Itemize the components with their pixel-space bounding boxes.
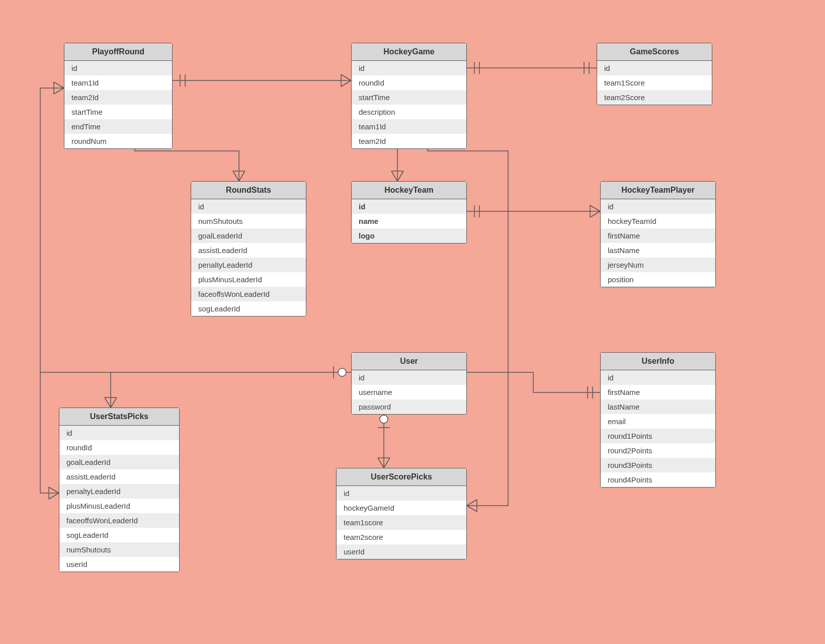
- field: startTime: [64, 105, 172, 119]
- entity-title: UserScorePicks: [337, 468, 466, 486]
- field: faceoffsWonLeaderId: [59, 513, 179, 528]
- svg-line-28: [590, 211, 600, 217]
- entity-hockey-game: HockeyGame id roundId startTime descript…: [351, 43, 467, 149]
- field: goalLeaderId: [191, 228, 306, 243]
- svg-line-11: [233, 171, 239, 181]
- field: penaltyLeaderId: [191, 258, 306, 272]
- field: hockeyTeamId: [601, 214, 715, 228]
- field: faceoffsWonLeaderId: [191, 287, 306, 301]
- field: id: [352, 199, 466, 214]
- entity-round-stats: RoundStats id numShutouts goalLeaderId a…: [191, 181, 306, 316]
- svg-point-54: [380, 415, 388, 423]
- svg-line-51: [111, 397, 117, 408]
- entity-title: HockeyTeamPlayer: [601, 182, 715, 199]
- field: assistLeaderId: [191, 243, 306, 258]
- entity-title: PlayoffRound: [64, 43, 172, 61]
- svg-line-1: [341, 74, 351, 80]
- field: team2Score: [597, 90, 712, 105]
- field: userId: [59, 557, 179, 572]
- field: goalLeaderId: [59, 455, 179, 469]
- field: round3Points: [601, 458, 715, 472]
- field: hockeyGameId: [337, 501, 466, 515]
- field: plusMinusLeaderId: [191, 272, 306, 287]
- entity-user-score-picks: UserScorePicks id hockeyGameId team1scor…: [336, 468, 467, 559]
- svg-line-22: [397, 171, 403, 181]
- svg-point-41: [338, 368, 346, 376]
- field: id: [337, 486, 466, 501]
- entity-title: HockeyGame: [352, 43, 466, 61]
- field: roundId: [59, 440, 179, 455]
- field: team2Id: [64, 90, 172, 105]
- field: username: [352, 385, 466, 399]
- field: id: [601, 370, 715, 385]
- field: endTime: [64, 119, 172, 134]
- field: team2score: [337, 530, 466, 544]
- entity-user-info: UserInfo id firstName lastName email rou…: [600, 352, 716, 488]
- svg-line-33: [467, 500, 477, 506]
- field: firstName: [601, 228, 715, 243]
- entity-title: HockeyTeam: [352, 182, 466, 199]
- field: lastName: [601, 399, 715, 414]
- field: logo: [352, 228, 466, 243]
- field: team1Score: [597, 75, 712, 90]
- field: startTime: [352, 90, 466, 105]
- field: plusMinusLeaderId: [59, 499, 179, 513]
- field: firstName: [601, 385, 715, 399]
- field: userId: [337, 544, 466, 559]
- svg-line-43: [54, 82, 64, 88]
- field: email: [601, 414, 715, 429]
- svg-line-34: [467, 506, 477, 512]
- entity-title: User: [352, 353, 466, 370]
- entity-game-scores: GameScores id team1Score team2Score: [597, 43, 712, 105]
- field: roundId: [352, 75, 466, 90]
- field: team1Id: [64, 75, 172, 90]
- field: name: [352, 214, 466, 228]
- field: team1Id: [352, 119, 466, 134]
- entity-title: UserInfo: [601, 353, 715, 370]
- svg-line-12: [239, 171, 245, 181]
- svg-line-21: [391, 171, 397, 181]
- field: lastName: [601, 243, 715, 258]
- svg-line-27: [590, 205, 600, 211]
- field: jerseyNum: [601, 258, 715, 272]
- entity-user-stats-picks: UserStatsPicks id roundId goalLeaderId a…: [59, 408, 180, 572]
- field: password: [352, 399, 466, 414]
- field: sogLeaderId: [59, 528, 179, 542]
- field: id: [601, 199, 715, 214]
- entity-title: UserStatsPicks: [59, 408, 179, 426]
- field: assistLeaderId: [59, 469, 179, 484]
- entity-hockey-team-player: HockeyTeamPlayer id hockeyTeamId firstNa…: [600, 181, 716, 287]
- field: id: [352, 370, 466, 385]
- svg-line-56: [378, 458, 384, 468]
- svg-line-2: [341, 80, 351, 87]
- field: round2Points: [601, 443, 715, 458]
- field: numShutouts: [59, 542, 179, 557]
- field: id: [352, 61, 466, 75]
- entity-title: RoundStats: [191, 182, 306, 199]
- entity-fields: id team1Id team2Id startTime endTime rou…: [64, 61, 172, 148]
- field: position: [601, 272, 715, 287]
- svg-line-50: [105, 397, 111, 408]
- entity-user: User id username password: [351, 352, 467, 415]
- field: penaltyLeaderId: [59, 484, 179, 499]
- svg-line-47: [49, 493, 59, 499]
- field: numShutouts: [191, 214, 306, 228]
- field: id: [191, 199, 306, 214]
- field: roundNum: [64, 134, 172, 148]
- entity-playoff-round: PlayoffRound id team1Id team2Id startTim…: [64, 43, 173, 149]
- svg-line-46: [49, 487, 59, 493]
- svg-line-57: [384, 458, 390, 468]
- entity-hockey-team: HockeyTeam id name logo: [351, 181, 467, 244]
- field: description: [352, 105, 466, 119]
- field: round4Points: [601, 472, 715, 487]
- field: id: [64, 61, 172, 75]
- field: team2Id: [352, 134, 466, 148]
- svg-line-44: [54, 88, 64, 94]
- field: team1score: [337, 515, 466, 530]
- field: id: [597, 61, 712, 75]
- field: round1Points: [601, 429, 715, 443]
- field: id: [59, 426, 179, 440]
- entity-title: GameScores: [597, 43, 712, 61]
- field: sogLeaderId: [191, 301, 306, 316]
